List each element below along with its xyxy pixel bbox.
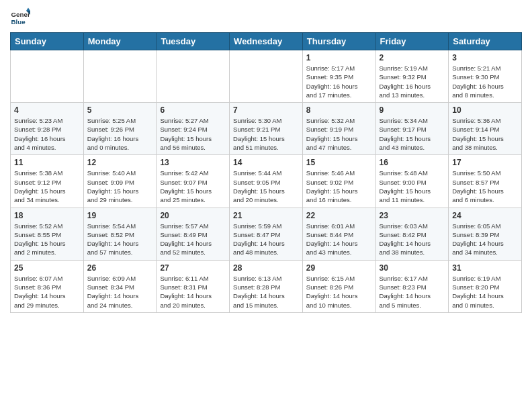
calendar-cell: 13Sunrise: 5:42 AM Sunset: 9:07 PM Dayli… — [157, 155, 230, 208]
day-number: 23 — [380, 211, 445, 220]
calendar-week-row: 11Sunrise: 5:38 AM Sunset: 9:12 PM Dayli… — [11, 155, 522, 208]
day-info: Sunrise: 5:17 AM Sunset: 9:35 PM Dayligh… — [306, 64, 372, 99]
calendar-cell: 27Sunrise: 6:11 AM Sunset: 8:31 PM Dayli… — [157, 260, 230, 312]
day-number: 20 — [160, 211, 226, 220]
day-info: Sunrise: 6:13 AM Sunset: 8:28 PM Dayligh… — [233, 274, 299, 310]
logo-icon: General Blue — [10, 7, 30, 27]
calendar-cell: 16Sunrise: 5:48 AM Sunset: 9:00 PM Dayli… — [375, 155, 449, 208]
calendar-cell: 29Sunrise: 6:15 AM Sunset: 8:26 PM Dayli… — [302, 260, 375, 312]
day-info: Sunrise: 6:01 AM Sunset: 8:44 PM Dayligh… — [306, 222, 372, 257]
day-info: Sunrise: 5:32 AM Sunset: 9:19 PM Dayligh… — [306, 116, 372, 152]
day-number: 21 — [233, 211, 299, 220]
day-number: 10 — [452, 105, 518, 115]
day-number: 9 — [380, 105, 445, 115]
calendar-table: SundayMondayTuesdayWednesdayThursdayFrid… — [10, 32, 522, 313]
calendar-cell: 31Sunrise: 6:19 AM Sunset: 8:20 PM Dayli… — [449, 260, 522, 312]
day-info: Sunrise: 5:30 AM Sunset: 9:21 PM Dayligh… — [233, 116, 299, 152]
weekday-header-tuesday: Tuesday — [157, 33, 230, 50]
day-number: 14 — [233, 158, 299, 167]
calendar-week-row: 25Sunrise: 6:07 AM Sunset: 8:36 PM Dayli… — [11, 260, 522, 312]
day-info: Sunrise: 5:27 AM Sunset: 9:24 PM Dayligh… — [160, 116, 226, 152]
calendar-week-row: 4Sunrise: 5:23 AM Sunset: 9:28 PM Daylig… — [11, 103, 522, 155]
day-number: 13 — [160, 158, 226, 167]
day-number: 19 — [87, 211, 153, 220]
calendar-week-row: 1Sunrise: 5:17 AM Sunset: 9:35 PM Daylig… — [11, 50, 522, 103]
day-info: Sunrise: 6:17 AM Sunset: 8:23 PM Dayligh… — [380, 274, 445, 310]
day-number: 3 — [452, 53, 518, 62]
day-info: Sunrise: 6:15 AM Sunset: 8:26 PM Dayligh… — [306, 274, 372, 310]
calendar-cell: 23Sunrise: 6:03 AM Sunset: 8:42 PM Dayli… — [375, 208, 449, 260]
calendar-cell: 1Sunrise: 5:17 AM Sunset: 9:35 PM Daylig… — [302, 50, 375, 103]
day-info: Sunrise: 5:25 AM Sunset: 9:26 PM Dayligh… — [87, 116, 153, 152]
calendar-cell: 19Sunrise: 5:54 AM Sunset: 8:52 PM Dayli… — [83, 208, 157, 260]
day-info: Sunrise: 6:03 AM Sunset: 8:42 PM Dayligh… — [380, 222, 445, 257]
page-container: General Blue SundayMondayTuesdayWednesda… — [0, 0, 532, 320]
calendar-cell: 15Sunrise: 5:46 AM Sunset: 9:02 PM Dayli… — [302, 155, 375, 208]
calendar-cell: 22Sunrise: 6:01 AM Sunset: 8:44 PM Dayli… — [302, 208, 375, 260]
day-number: 8 — [306, 105, 372, 115]
weekday-header-friday: Friday — [375, 33, 449, 50]
calendar-cell: 11Sunrise: 5:38 AM Sunset: 9:12 PM Dayli… — [11, 155, 84, 208]
day-info: Sunrise: 5:59 AM Sunset: 8:47 PM Dayligh… — [233, 222, 299, 257]
day-number: 25 — [14, 263, 80, 273]
day-info: Sunrise: 5:38 AM Sunset: 9:12 PM Dayligh… — [14, 169, 80, 204]
calendar-cell: 7Sunrise: 5:30 AM Sunset: 9:21 PM Daylig… — [230, 103, 303, 155]
weekday-header-row: SundayMondayTuesdayWednesdayThursdayFrid… — [11, 33, 522, 50]
day-number: 6 — [160, 105, 226, 115]
day-number: 5 — [87, 105, 153, 115]
day-info: Sunrise: 5:54 AM Sunset: 8:52 PM Dayligh… — [87, 222, 153, 257]
calendar-cell: 17Sunrise: 5:50 AM Sunset: 8:57 PM Dayli… — [449, 155, 522, 208]
day-info: Sunrise: 6:07 AM Sunset: 8:36 PM Dayligh… — [14, 274, 80, 310]
calendar-cell: 3Sunrise: 5:21 AM Sunset: 9:30 PM Daylig… — [449, 50, 522, 103]
calendar-cell — [157, 50, 230, 103]
day-number: 7 — [233, 105, 299, 115]
day-number: 15 — [306, 158, 372, 167]
calendar-cell: 21Sunrise: 5:59 AM Sunset: 8:47 PM Dayli… — [230, 208, 303, 260]
calendar-cell: 24Sunrise: 6:05 AM Sunset: 8:39 PM Dayli… — [449, 208, 522, 260]
day-info: Sunrise: 5:44 AM Sunset: 9:05 PM Dayligh… — [233, 169, 299, 204]
day-info: Sunrise: 5:36 AM Sunset: 9:14 PM Dayligh… — [452, 116, 518, 152]
calendar-cell: 5Sunrise: 5:25 AM Sunset: 9:26 PM Daylig… — [83, 103, 157, 155]
day-info: Sunrise: 5:42 AM Sunset: 9:07 PM Dayligh… — [160, 169, 226, 204]
day-number: 26 — [87, 263, 153, 273]
calendar-cell — [230, 50, 303, 103]
weekday-header-saturday: Saturday — [449, 33, 522, 50]
logo: General Blue — [10, 7, 33, 27]
calendar-cell: 10Sunrise: 5:36 AM Sunset: 9:14 PM Dayli… — [449, 103, 522, 155]
day-info: Sunrise: 5:48 AM Sunset: 9:00 PM Dayligh… — [380, 169, 445, 204]
day-info: Sunrise: 6:05 AM Sunset: 8:39 PM Dayligh… — [452, 222, 518, 257]
day-number: 1 — [306, 53, 372, 62]
svg-text:Blue: Blue — [11, 18, 26, 26]
day-number: 2 — [380, 53, 445, 62]
day-number: 28 — [233, 263, 299, 273]
day-info: Sunrise: 6:11 AM Sunset: 8:31 PM Dayligh… — [160, 274, 226, 310]
day-info: Sunrise: 5:57 AM Sunset: 8:49 PM Dayligh… — [160, 222, 226, 257]
day-number: 30 — [380, 263, 445, 273]
calendar-cell: 14Sunrise: 5:44 AM Sunset: 9:05 PM Dayli… — [230, 155, 303, 208]
weekday-header-thursday: Thursday — [302, 33, 375, 50]
calendar-cell: 2Sunrise: 5:19 AM Sunset: 9:32 PM Daylig… — [375, 50, 449, 103]
day-info: Sunrise: 5:23 AM Sunset: 9:28 PM Dayligh… — [14, 116, 80, 152]
day-number: 11 — [14, 158, 80, 167]
header: General Blue — [10, 7, 522, 27]
calendar-cell: 30Sunrise: 6:17 AM Sunset: 8:23 PM Dayli… — [375, 260, 449, 312]
calendar-cell — [83, 50, 157, 103]
day-info: Sunrise: 5:46 AM Sunset: 9:02 PM Dayligh… — [306, 169, 372, 204]
day-info: Sunrise: 5:21 AM Sunset: 9:30 PM Dayligh… — [452, 64, 518, 99]
calendar-cell: 12Sunrise: 5:40 AM Sunset: 9:09 PM Dayli… — [83, 155, 157, 208]
day-info: Sunrise: 5:52 AM Sunset: 8:55 PM Dayligh… — [14, 222, 80, 257]
day-info: Sunrise: 6:19 AM Sunset: 8:20 PM Dayligh… — [452, 274, 518, 310]
day-info: Sunrise: 6:09 AM Sunset: 8:34 PM Dayligh… — [87, 274, 153, 310]
day-info: Sunrise: 5:50 AM Sunset: 8:57 PM Dayligh… — [452, 169, 518, 204]
calendar-cell: 4Sunrise: 5:23 AM Sunset: 9:28 PM Daylig… — [11, 103, 84, 155]
day-number: 18 — [14, 211, 80, 220]
day-number: 22 — [306, 211, 372, 220]
day-info: Sunrise: 5:19 AM Sunset: 9:32 PM Dayligh… — [380, 64, 445, 99]
day-number: 16 — [380, 158, 445, 167]
day-number: 17 — [452, 158, 518, 167]
calendar-week-row: 18Sunrise: 5:52 AM Sunset: 8:55 PM Dayli… — [11, 208, 522, 260]
day-number: 27 — [160, 263, 226, 273]
weekday-header-monday: Monday — [83, 33, 157, 50]
calendar-cell: 9Sunrise: 5:34 AM Sunset: 9:17 PM Daylig… — [375, 103, 449, 155]
weekday-header-sunday: Sunday — [11, 33, 84, 50]
